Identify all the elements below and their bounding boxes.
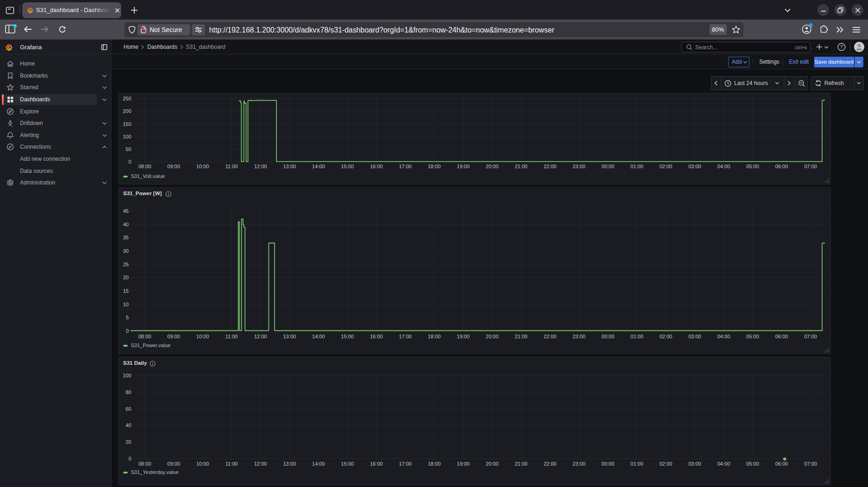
svg-text:03:00: 03:00 [688, 461, 701, 466]
svg-text:06:00: 06:00 [775, 461, 788, 466]
svg-text:40: 40 [125, 422, 131, 428]
svg-text:0: 0 [128, 455, 131, 461]
svg-text:23:00: 23:00 [572, 334, 585, 339]
svg-text:30: 30 [123, 248, 128, 254]
svg-text:09:00: 09:00 [167, 163, 180, 169]
svg-text:07:00: 07:00 [804, 334, 817, 339]
svg-text:0: 0 [125, 328, 128, 333]
svg-text:35: 35 [123, 235, 128, 240]
svg-text:13:00: 13:00 [283, 163, 296, 169]
svg-text:14:00: 14:00 [312, 163, 325, 169]
svg-text:05:00: 05:00 [746, 163, 759, 169]
svg-text:14:00: 14:00 [312, 461, 325, 466]
svg-text:22:00: 22:00 [543, 461, 556, 466]
svg-text:12:00: 12:00 [254, 461, 267, 466]
svg-text:60: 60 [125, 406, 131, 411]
svg-text:200: 200 [123, 108, 131, 114]
svg-text:22:00: 22:00 [543, 163, 556, 169]
svg-text:23:00: 23:00 [572, 461, 585, 466]
svg-text:250: 250 [123, 96, 131, 101]
svg-text:100: 100 [123, 373, 131, 378]
svg-text:25: 25 [123, 261, 128, 267]
svg-text:18:00: 18:00 [427, 163, 441, 169]
svg-text:00:00: 00:00 [601, 461, 614, 466]
svg-text:20:00: 20:00 [486, 334, 499, 339]
svg-text:00:00: 00:00 [601, 334, 614, 339]
svg-text:20: 20 [125, 439, 131, 445]
svg-text:04:00: 04:00 [717, 334, 730, 339]
svg-text:150: 150 [123, 121, 131, 126]
svg-text:04:00: 04:00 [717, 461, 730, 466]
svg-text:23:00: 23:00 [572, 163, 585, 169]
svg-text:15:00: 15:00 [341, 461, 354, 466]
svg-text:09:00: 09:00 [167, 334, 180, 339]
svg-text:01:00: 01:00 [630, 334, 643, 339]
svg-text:19:00: 19:00 [457, 163, 470, 169]
svg-text:17:00: 17:00 [399, 334, 412, 339]
svg-text:12:00: 12:00 [254, 334, 267, 339]
svg-text:03:00: 03:00 [688, 163, 701, 169]
svg-text:13:00: 13:00 [283, 461, 296, 466]
svg-text:14:00: 14:00 [312, 334, 325, 339]
svg-text:15:00: 15:00 [341, 334, 354, 339]
svg-text:15:00: 15:00 [341, 163, 354, 169]
svg-text:18:00: 18:00 [427, 461, 441, 466]
svg-text:20:00: 20:00 [486, 461, 499, 466]
svg-text:06:00: 06:00 [775, 334, 788, 339]
svg-text:21:00: 21:00 [514, 334, 527, 339]
svg-text:50: 50 [125, 146, 131, 152]
svg-text:08:00: 08:00 [138, 334, 151, 339]
svg-text:01:00: 01:00 [630, 163, 643, 169]
svg-text:100: 100 [123, 133, 131, 139]
svg-text:08:00: 08:00 [138, 461, 151, 466]
svg-text:0: 0 [128, 159, 131, 165]
svg-text:04:00: 04:00 [717, 163, 730, 169]
svg-text:17:00: 17:00 [399, 461, 412, 466]
svg-text:20: 20 [123, 275, 128, 280]
svg-text:21:00: 21:00 [514, 163, 527, 169]
svg-text:13:00: 13:00 [283, 334, 296, 339]
svg-text:07:00: 07:00 [804, 163, 817, 169]
svg-text:02:00: 02:00 [659, 334, 672, 339]
svg-text:5: 5 [125, 315, 128, 320]
svg-text:21:00: 21:00 [514, 461, 527, 466]
svg-text:10:00: 10:00 [196, 461, 209, 466]
svg-text:11:00: 11:00 [225, 461, 238, 466]
svg-text:02:00: 02:00 [659, 461, 672, 466]
svg-text:06:00: 06:00 [775, 163, 788, 169]
svg-text:22:00: 22:00 [543, 334, 556, 339]
svg-text:40: 40 [123, 221, 128, 227]
svg-text:16:00: 16:00 [370, 461, 383, 466]
svg-text:11:00: 11:00 [225, 334, 238, 339]
svg-text:16:00: 16:00 [370, 334, 383, 339]
svg-text:19:00: 19:00 [457, 334, 470, 339]
svg-text:20:00: 20:00 [486, 163, 499, 169]
svg-text:11:00: 11:00 [225, 163, 238, 169]
svg-text:?: ? [840, 44, 843, 50]
svg-text:12:00: 12:00 [254, 163, 267, 169]
svg-text:45: 45 [123, 208, 128, 214]
svg-text:19:00: 19:00 [457, 461, 470, 466]
svg-text:01:00: 01:00 [630, 461, 643, 466]
svg-text:03:00: 03:00 [688, 334, 701, 339]
svg-text:09:00: 09:00 [167, 461, 180, 466]
svg-text:07:00: 07:00 [804, 461, 817, 466]
svg-text:80: 80 [125, 389, 131, 395]
svg-text:10:00: 10:00 [196, 334, 209, 339]
svg-text:05:00: 05:00 [746, 334, 759, 339]
svg-text:08:00: 08:00 [138, 163, 151, 169]
svg-text:10:00: 10:00 [196, 163, 209, 169]
svg-text:17:00: 17:00 [399, 163, 412, 169]
svg-text:02:00: 02:00 [659, 163, 672, 169]
svg-text:00:00: 00:00 [601, 163, 614, 169]
svg-text:18:00: 18:00 [427, 334, 441, 339]
svg-text:15: 15 [123, 288, 128, 293]
svg-text:16:00: 16:00 [370, 163, 383, 169]
svg-text:05:00: 05:00 [746, 461, 759, 466]
svg-text:10: 10 [123, 301, 128, 307]
